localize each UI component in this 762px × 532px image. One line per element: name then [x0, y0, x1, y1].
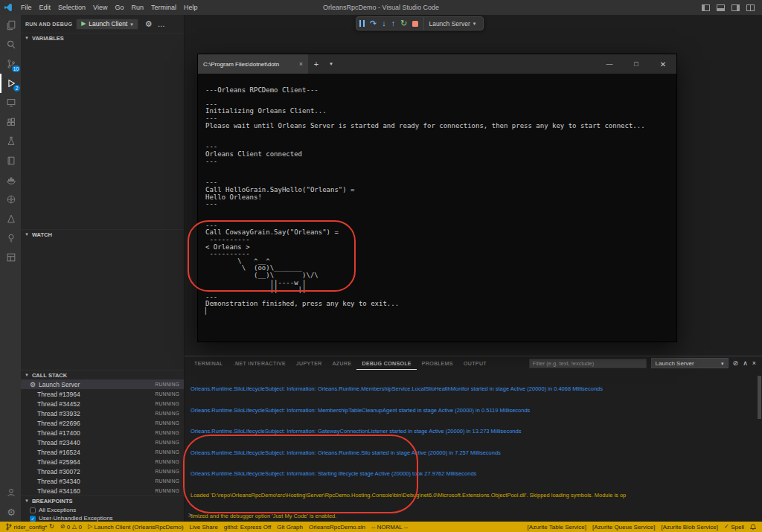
git-branch-item[interactable]: rider_config* ↻ — [3, 523, 57, 531]
toggle-sidebar-icon[interactable] — [702, 4, 710, 11]
problems-item[interactable]: ⊘ 0 △ 0 — [57, 524, 85, 531]
sidebar-item-source-control[interactable]: 10 — [0, 54, 21, 74]
manage-item[interactable]: ⚙ — [0, 502, 21, 522]
debug-badge: 2 — [13, 85, 20, 92]
status-badge: RUNNING — [156, 449, 184, 455]
close-tab-icon[interactable]: × — [299, 60, 303, 68]
callstack-thread-row[interactable]: Thread #22696RUNNING — [21, 418, 184, 428]
sidebar-item-remote-explorer[interactable] — [0, 93, 21, 112]
debug-target-item[interactable]: ▷ Launch Client (OrleansRpcDemo) — [85, 524, 187, 531]
minimize-icon[interactable]: — — [596, 54, 623, 74]
checkbox-unchecked[interactable] — [30, 507, 36, 513]
filter-input[interactable] — [529, 359, 647, 368]
menu-file[interactable]: File — [17, 0, 36, 15]
breakpoints-section-header[interactable]: ▼ BREAKPOINTS — [21, 496, 184, 505]
console-title-bar[interactable]: C:\Program Files\dotnet\dotn × + ▾ — □ ✕ — [198, 54, 676, 74]
git-graph-item[interactable]: Git Graph — [274, 524, 306, 531]
tab-terminal[interactable]: TERMINAL — [189, 356, 228, 370]
solution-item[interactable]: OrleansRpcDemo.sln — [306, 524, 368, 531]
clear-console-icon[interactable]: ⊘ — [733, 360, 739, 367]
accounts-item[interactable] — [0, 483, 21, 502]
live-share-item[interactable]: Live Share — [187, 524, 221, 531]
notifications-item[interactable] — [747, 524, 759, 531]
maximize-icon[interactable]: □ — [623, 54, 650, 74]
sidebar-item-explorer[interactable] — [0, 16, 21, 35]
callstack-thread-row[interactable]: Thread #34452RUNNING — [21, 399, 184, 408]
breakpoint-row-all-exceptions[interactable]: All Exceptions — [21, 506, 184, 514]
callstack-thread-row[interactable]: Thread #16524RUNNING — [21, 447, 184, 457]
launch-config-dropdown[interactable]: ▶ Launch Client ▾ — [76, 19, 138, 30]
stop-icon[interactable] — [412, 21, 418, 27]
tab-azure[interactable]: AZURE — [327, 356, 357, 370]
menu-selection[interactable]: Selection — [54, 0, 89, 15]
maximize-panel-icon[interactable]: ∧ — [743, 360, 748, 367]
callstack-thread-row[interactable]: Thread #13964RUNNING — [21, 389, 184, 399]
sidebar-item-lightbulb[interactable] — [0, 228, 21, 248]
callstack-thread-row[interactable]: Thread #25964RUNNING — [21, 457, 184, 467]
customize-layout-icon[interactable] — [746, 4, 755, 11]
run-debug-sidebar: RUN AND DEBUG ▶ Launch Client ▾ ⚙ … ▼ VA… — [21, 15, 185, 522]
console-tab[interactable]: C:\Program Files\dotnet\dotn × — [198, 54, 308, 74]
variables-section-header[interactable]: ▼ VARIABLES — [21, 33, 184, 42]
checkbox-checked[interactable]: ✓ — [30, 516, 36, 522]
new-tab-icon[interactable]: + — [308, 54, 324, 74]
sidebar-item-testing[interactable] — [0, 132, 21, 151]
callstack-thread-row[interactable]: Thread #34160RUNNING — [21, 486, 184, 496]
tab-output[interactable]: OUTPUT — [458, 356, 492, 370]
close-panel-icon[interactable]: × — [752, 360, 756, 367]
scrollbar-thumb[interactable] — [758, 376, 761, 419]
sidebar-item-containers[interactable] — [0, 248, 21, 267]
console-output[interactable]: ---Orleans RPCDemo Client--- --- Initial… — [198, 74, 676, 342]
tab-problems[interactable]: PROBLEMS — [417, 356, 458, 370]
azurite-table-item[interactable]: [Azurite Table Service] — [525, 524, 589, 531]
debug-console-prompt[interactable]: > — [188, 512, 192, 519]
callstack-thread-row[interactable]: Thread #34340RUNNING — [21, 476, 184, 486]
open-launch-json-gear-icon[interactable]: ⚙ — [145, 19, 153, 29]
azurite-queue-item[interactable]: [Azurite Queue Service] — [589, 524, 658, 531]
tab-dotnet-interactive[interactable]: .NET INTERACTIVE — [228, 356, 291, 370]
sidebar-item-azure[interactable] — [0, 209, 21, 228]
callstack-thread-row[interactable]: Thread #23440RUNNING — [21, 438, 184, 447]
debug-console-output[interactable]: Orleans.Runtime.SiloLifecycleSubject: In… — [185, 370, 762, 522]
close-icon[interactable]: ✕ — [650, 54, 676, 74]
menu-go[interactable]: Go — [111, 0, 127, 15]
menu-view[interactable]: View — [89, 0, 111, 15]
watch-section-header[interactable]: ▼ WATCH — [21, 229, 184, 239]
callstack-thread-row[interactable]: Thread #33932RUNNING — [21, 408, 184, 418]
debug-session-dropdown[interactable]: Launch Server ▾ — [423, 16, 480, 31]
callstack-thread-row[interactable]: Thread #17400RUNNING — [21, 428, 184, 438]
callstack-section-header[interactable]: ▼ CALL STACK — [21, 370, 184, 379]
sidebar-item-extensions[interactable] — [0, 112, 21, 132]
tab-dropdown-icon[interactable]: ▾ — [324, 54, 338, 74]
githd-item[interactable]: githd: Express Off — [221, 524, 274, 531]
panel-scrollbar[interactable] — [757, 370, 762, 522]
thread-label: Thread #16524 — [37, 449, 80, 456]
menu-edit[interactable]: Edit — [36, 0, 55, 15]
console-tab-title: C:\Program Files\dotnet\dotn — [203, 61, 279, 68]
toggle-secondary-sidebar-icon[interactable] — [731, 4, 740, 11]
panel-action-icons: ⊘ ∧ × — [733, 360, 756, 367]
console-session-dropdown[interactable]: Launch Server ▾ — [651, 358, 729, 368]
tab-jupyter[interactable]: JUPYTER — [291, 356, 327, 370]
sidebar-item-kubernetes[interactable] — [0, 190, 21, 209]
azurite-blob-item[interactable]: [Azurite Blob Service] — [659, 524, 721, 531]
spell-checker-item[interactable]: ✓ Spell — [721, 524, 747, 531]
sidebar-item-run-debug[interactable]: 2 — [0, 74, 21, 93]
step-out-icon[interactable]: ↑ — [391, 19, 396, 28]
callstack-session-row[interactable]: ⚙ Launch Server RUNNING — [21, 379, 184, 389]
sidebar-item-docs[interactable] — [0, 151, 21, 170]
step-into-icon[interactable]: ↓ — [382, 19, 386, 28]
sidebar-item-docker[interactable] — [0, 170, 21, 190]
views-more-icon[interactable]: … — [158, 20, 165, 28]
menu-terminal[interactable]: Terminal — [147, 0, 180, 15]
start-debug-icon[interactable]: ▶ — [81, 21, 86, 27]
callstack-thread-row[interactable]: Thread #30072RUNNING — [21, 467, 184, 476]
toggle-panel-icon[interactable] — [717, 4, 725, 11]
menu-help[interactable]: Help — [180, 0, 202, 15]
menu-run[interactable]: Run — [127, 0, 147, 15]
tab-debug-console[interactable]: DEBUG CONSOLE — [356, 356, 416, 370]
sidebar-item-search[interactable] — [0, 35, 21, 54]
restart-icon[interactable]: ↻ — [400, 19, 407, 28]
step-over-icon[interactable]: ↷ — [370, 19, 377, 28]
pause-icon[interactable] — [359, 20, 365, 27]
